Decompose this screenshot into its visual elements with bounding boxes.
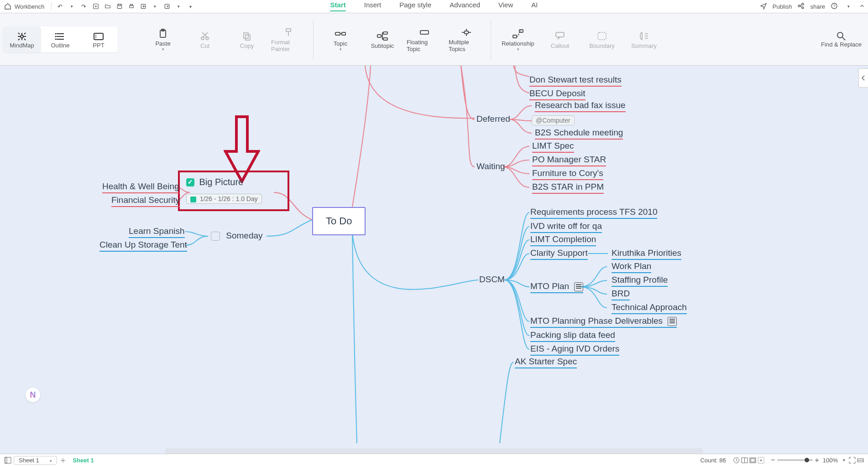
share-button[interactable]: share xyxy=(810,3,825,10)
topic-button[interactable]: Topic xyxy=(323,27,358,52)
fullscreen-icon[interactable] xyxy=(848,456,856,464)
topic-research-fax[interactable]: Research bad fax issue xyxy=(535,100,626,112)
side-panel-toggle[interactable] xyxy=(858,68,868,88)
open-icon[interactable] xyxy=(103,1,113,11)
svg-point-8 xyxy=(802,3,804,5)
topic-waiting[interactable]: Waiting xyxy=(476,161,505,171)
topic-eis-aging[interactable]: EIS - Aging IVD Orders xyxy=(530,344,619,356)
topic-limt-spec[interactable]: LIMT Spec xyxy=(532,141,574,153)
undo-icon[interactable]: ↶ xyxy=(55,1,65,11)
topic-someday[interactable]: Someday xyxy=(211,231,263,241)
multiple-topics-button[interactable]: Multiple Topics xyxy=(449,26,484,52)
topic-po-manager[interactable]: PO Manager STAR xyxy=(532,155,606,166)
app-logo-icon[interactable]: N xyxy=(26,388,40,402)
boundary-button: Boundary xyxy=(584,30,620,49)
menu-ai[interactable]: AI xyxy=(531,1,538,11)
menu-start[interactable]: Start xyxy=(330,1,346,11)
export-caret-icon[interactable]: ▾ xyxy=(150,1,160,11)
collapse-ribbon-icon[interactable] xyxy=(859,3,865,10)
topic-furniture-cory[interactable]: Furniture to Cory's xyxy=(532,168,603,180)
topic-becu-deposit[interactable]: BECU Deposit xyxy=(529,88,586,100)
mindmap-canvas[interactable]: To Do Big Picture 1/26 - 1/26 : 1.0 Day … xyxy=(0,66,868,443)
find-replace-button[interactable]: Find & Replace xyxy=(821,31,862,48)
svg-rect-36 xyxy=(598,32,606,40)
topic-dscm[interactable]: DSCM xyxy=(479,274,505,285)
subtopic-button[interactable]: Subtopic xyxy=(365,30,400,49)
zoom-caret-icon[interactable]: ▾ xyxy=(840,456,848,464)
import-icon[interactable] xyxy=(162,1,172,11)
sheet-panel-icon[interactable] xyxy=(4,456,12,464)
svg-point-10 xyxy=(831,3,837,9)
help-icon[interactable]: ? xyxy=(831,2,838,11)
view-outline[interactable]: Outline xyxy=(41,26,79,52)
topic-learn-spanish[interactable]: Learn Spanish xyxy=(129,226,185,238)
menu-insert[interactable]: Insert xyxy=(364,1,382,11)
floating-topic-button[interactable]: Floating Topic xyxy=(407,26,442,52)
svg-rect-28 xyxy=(377,35,381,37)
topic-packing-slip[interactable]: Packing slip data feed xyxy=(530,330,615,342)
date-badge[interactable]: 1/26 - 1/26 : 1.0 Day xyxy=(186,194,262,204)
topic-staffing-profile[interactable]: Staffing Profile xyxy=(612,275,668,287)
menu-view[interactable]: View xyxy=(498,1,513,11)
import-caret-icon[interactable]: ▾ xyxy=(174,1,184,11)
workbench-label[interactable]: Workbench xyxy=(15,3,45,10)
save-icon[interactable] xyxy=(115,1,125,11)
zoom-in-button[interactable]: ＋ xyxy=(813,456,821,464)
new-icon[interactable] xyxy=(91,1,101,11)
topic-deferred[interactable]: Deferred xyxy=(476,114,510,124)
topic-brd[interactable]: BRD xyxy=(612,289,630,300)
topic-big-picture[interactable]: Big Picture 1/26 - 1/26 : 1.0 Day xyxy=(178,171,289,211)
home-icon[interactable] xyxy=(3,1,13,11)
relationship-button[interactable]: Relationship xyxy=(500,27,536,52)
topic-tech-approach[interactable]: Technical Approach xyxy=(612,302,687,314)
topic-req-process[interactable]: Requirements process TFS 2010 xyxy=(530,207,657,219)
zoom-slider[interactable] xyxy=(777,459,813,461)
topic-mto-plan[interactable]: MTO Plan xyxy=(530,281,583,293)
publish-icon[interactable] xyxy=(760,2,767,11)
checkbox-empty-icon[interactable] xyxy=(211,232,220,241)
sheet-select[interactable]: Sheet 1 ▾ xyxy=(14,456,57,465)
zoom-out-button[interactable]: − xyxy=(769,456,777,464)
topic-ak-starter[interactable]: AK Starter Spec xyxy=(515,357,577,368)
horizontal-scrollbar[interactable] xyxy=(0,448,868,454)
paste-button[interactable]: Paste xyxy=(145,27,181,52)
topic-clean-storage[interactable]: Clean Up Storage Tent xyxy=(99,240,187,252)
topic-b2s-schedule[interactable]: B2S Schedule meeting xyxy=(535,128,623,140)
share-icon[interactable] xyxy=(797,2,805,11)
redo-icon[interactable]: ↷ xyxy=(79,1,89,11)
topic-clarity-support[interactable]: Clarity Support xyxy=(530,248,588,260)
publish-button[interactable]: Publish xyxy=(773,3,792,10)
sheet-tab-1[interactable]: Sheet 1 xyxy=(67,456,99,465)
topic-health[interactable]: Health & Well Being xyxy=(102,181,179,193)
topic-ivd-write-off[interactable]: IVD write off for qa xyxy=(530,221,602,233)
note-icon[interactable] xyxy=(668,317,677,326)
view-mode-1-icon[interactable] xyxy=(732,456,741,464)
help-caret-icon[interactable]: ▾ xyxy=(843,1,853,11)
topic-financial-security[interactable]: Financial Security xyxy=(111,195,180,207)
menu-advanced[interactable]: Advanced xyxy=(450,1,480,11)
print-icon[interactable] xyxy=(126,1,136,11)
menu-page-style[interactable]: Page style xyxy=(399,1,431,11)
topic-mto-deliverables[interactable]: MTO Planning Phase Deliverables xyxy=(530,316,677,328)
topic-b2s-star-ppm[interactable]: B2S STAR in PPM xyxy=(532,182,604,194)
export-icon[interactable] xyxy=(138,1,148,11)
central-topic[interactable]: To Do xyxy=(312,207,366,235)
svg-rect-21 xyxy=(162,29,164,31)
topic-kiruthika[interactable]: Kiruthika Priorities xyxy=(612,248,681,260)
checkbox-checked-icon[interactable] xyxy=(186,178,194,186)
topic-work-plan[interactable]: Work Plan xyxy=(612,261,651,273)
more-caret-icon[interactable]: ▾ xyxy=(186,1,196,11)
undo-caret-icon[interactable]: ▾ xyxy=(67,1,77,11)
topic-limt-completion[interactable]: LIMT Completion xyxy=(530,234,596,246)
view-mode-2-icon[interactable] xyxy=(741,456,749,464)
topic-deferred-tag[interactable]: @Computer xyxy=(532,115,575,125)
view-mode-3-icon[interactable] xyxy=(749,456,757,464)
ribbon: MindMap Outline PPT Paste Cut Copy xyxy=(0,13,868,66)
view-mindmap[interactable]: MindMap xyxy=(3,26,41,52)
fit-view-icon[interactable] xyxy=(757,456,765,464)
topic-don-stewart[interactable]: Don Stewart test results xyxy=(529,75,622,87)
note-icon[interactable] xyxy=(574,282,583,291)
minimize-icon[interactable] xyxy=(856,456,864,464)
view-ppt[interactable]: PPT xyxy=(79,26,118,52)
add-sheet-button[interactable]: ＋ xyxy=(59,456,67,464)
